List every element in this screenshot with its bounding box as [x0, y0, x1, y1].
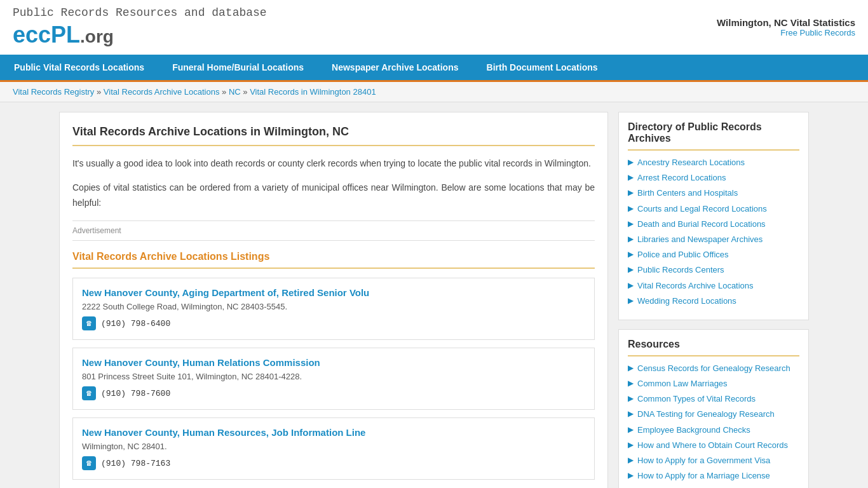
listing-address: 801 Princess Street Suite 101, Wilmingto… [82, 372, 585, 381]
sidebar-link-item: ▶How to Have a Police Record Expunged [628, 485, 799, 488]
listing-name[interactable]: New Hanover County, Human Relations Comm… [82, 357, 585, 368]
sidebar-link[interactable]: Census Records for Genealogy Research [637, 363, 790, 374]
listing-card: New Hanover County, Aging Department of,… [72, 278, 595, 340]
sidebar-link-item: ▶DNA Testing for Genealogy Research [628, 409, 799, 420]
sidebar-link-item: ▶Libraries and Newspaper Archives [628, 234, 799, 245]
sidebar-arrow-icon: ▶ [628, 379, 634, 388]
sidebar-link-item: ▶Common Types of Vital Records [628, 393, 799, 405]
sidebar-arrow-icon: ▶ [628, 471, 634, 480]
nav-item[interactable]: Funeral Home/Burial Locations [158, 55, 318, 80]
header-right: Wilmington, NC Vital Statistics Free Pub… [717, 17, 855, 37]
sidebar-link[interactable]: Courts and Legal Record Locations [637, 203, 767, 215]
sidebar-link-item: ▶Vital Records Archive Locations [628, 280, 799, 292]
content-wrapper: Vital Records Archive Locations in Wilmi… [53, 112, 815, 488]
sidebar-arrow-icon: ▶ [628, 188, 634, 197]
listings-area: Vital Records Archive Locations Listings… [72, 251, 595, 480]
logo-ecc: ecc [13, 22, 51, 48]
sidebar-link-item: ▶Census Records for Genealogy Research [628, 363, 799, 374]
listing-phone-row: ☎(910) 798-7600 [82, 386, 585, 400]
phone-icon: ☎ [82, 316, 96, 330]
sidebar-link-item: ▶Arrest Record Locations [628, 172, 799, 184]
directory-title: Directory of Public Records Archives [628, 121, 799, 151]
breadcrumb-link[interactable]: Vital Records Registry [13, 87, 94, 97]
breadcrumb-separator: » [241, 87, 250, 97]
intro-text2: Copies of vital statistics can be ordere… [72, 180, 595, 211]
sidebar-link[interactable]: Common Types of Vital Records [637, 393, 756, 405]
city-title: Wilmington, NC Vital Statistics [717, 17, 855, 28]
resources-title: Resources [628, 339, 799, 356]
sidebar-link-item: ▶Ancestry Research Locations [628, 157, 799, 168]
phone-icon: ☎ [82, 386, 96, 400]
sidebar-arrow-icon: ▶ [628, 440, 634, 449]
main-content: Vital Records Archive Locations in Wilmi… [59, 112, 608, 488]
sidebar-arrow-icon: ▶ [628, 281, 634, 290]
nav-item[interactable]: Newspaper Archive Locations [318, 55, 472, 80]
sidebar-link-item: ▶Wedding Record Locations [628, 295, 799, 307]
sidebar-link-item: ▶Public Records Centers [628, 264, 799, 276]
sidebar-link[interactable]: Birth Centers and Hospitals [637, 187, 738, 199]
sidebar-link[interactable]: Police and Public Offices [637, 249, 729, 261]
intro-text: It's usually a good idea to look into de… [72, 156, 595, 172]
sidebar-arrow-icon: ▶ [628, 250, 634, 259]
site-logo[interactable]: eccPL.org [13, 22, 267, 48]
sidebar-link-item: ▶Birth Centers and Hospitals [628, 187, 799, 199]
resources-links: ▶Census Records for Genealogy Research▶C… [628, 363, 799, 488]
sidebar-link[interactable]: How to Have a Police Record Expunged [637, 485, 785, 488]
sidebar-link[interactable]: DNA Testing for Genealogy Research [637, 409, 775, 420]
sidebar-arrow-icon: ▶ [628, 173, 634, 182]
listing-name[interactable]: New Hanover County, Aging Department of,… [82, 287, 585, 298]
sidebar-link[interactable]: Libraries and Newspaper Archives [637, 234, 763, 245]
listing-address: Wilmington, NC 28401. [82, 442, 585, 451]
sidebar-link[interactable]: How to Apply for a Marriage License [637, 470, 770, 482]
sidebar-arrow-icon: ▶ [628, 265, 634, 274]
sidebar-link[interactable]: Public Records Centers [637, 264, 724, 276]
sidebar-link-item: ▶Police and Public Offices [628, 249, 799, 261]
sidebar-arrow-icon: ▶ [628, 234, 634, 243]
sidebar-link[interactable]: Wedding Record Locations [637, 295, 736, 307]
sidebar-link-item: ▶How to Apply for a Marriage License [628, 470, 799, 482]
directory-box: Directory of Public Records Archives ▶An… [618, 112, 809, 320]
sidebar-link-item: ▶How to Apply for a Government Visa [628, 455, 799, 466]
free-records-label: Free Public Records [717, 28, 855, 37]
listing-phone-number: (910) 798-7163 [101, 459, 170, 468]
directory-links: ▶Ancestry Research Locations▶Arrest Reco… [628, 157, 799, 307]
sidebar-link[interactable]: Vital Records Archive Locations [637, 280, 754, 292]
breadcrumb-separator: » [219, 87, 228, 97]
sidebar-arrow-icon: ▶ [628, 425, 634, 434]
sidebar-arrow-icon: ▶ [628, 219, 634, 228]
logo-pl: PL [51, 22, 80, 48]
logo-area: Public Records Resources and database ec… [13, 6, 267, 48]
resources-box: Resources ▶Census Records for Genealogy … [618, 329, 809, 488]
sidebar-arrow-icon: ▶ [628, 409, 634, 418]
sidebar-link[interactable]: Ancestry Research Locations [637, 157, 745, 168]
listings-container: New Hanover County, Aging Department of,… [72, 278, 595, 480]
sidebar-arrow-icon: ▶ [628, 204, 634, 213]
sidebar-arrow-icon: ▶ [628, 394, 634, 403]
breadcrumb-link[interactable]: Vital Records Archive Locations [104, 87, 220, 97]
nav-item[interactable]: Birth Document Locations [473, 55, 612, 80]
breadcrumb-link[interactable]: NC [229, 87, 241, 97]
listing-name[interactable]: New Hanover County, Human Resources, Job… [82, 427, 585, 438]
sidebar-arrow-icon: ▶ [628, 456, 634, 464]
sidebar-link[interactable]: How and Where to Obtain Court Records [637, 440, 788, 451]
sidebar-link[interactable]: Employee Background Checks [637, 424, 750, 436]
breadcrumb-separator: » [94, 87, 103, 97]
sidebar-link[interactable]: Arrest Record Locations [637, 172, 726, 184]
nav-item[interactable]: Public Vital Records Locations [0, 55, 158, 80]
sidebar-link-item: ▶Courts and Legal Record Locations [628, 203, 799, 215]
listings-heading: Vital Records Archive Locations Listings [72, 251, 595, 269]
breadcrumb-link[interactable]: Vital Records in Wilmington 28401 [250, 87, 376, 97]
sidebar-link[interactable]: Common Law Marriages [637, 378, 728, 390]
page-heading: Vital Records Archive Locations in Wilmi… [72, 125, 595, 146]
main-nav: Public Vital Records LocationsFuneral Ho… [0, 55, 868, 80]
sidebar-link-item: ▶How and Where to Obtain Court Records [628, 440, 799, 451]
sidebar-link[interactable]: How to Apply for a Government Visa [637, 455, 770, 466]
sidebar-link-item: ▶Common Law Marriages [628, 378, 799, 390]
phone-icon: ☎ [82, 456, 96, 470]
sidebar-link[interactable]: Death and Burial Record Locations [637, 219, 766, 230]
logo-org: .org [80, 27, 114, 46]
listing-phone-number: (910) 798-7600 [101, 389, 170, 398]
breadcrumb: Vital Records Registry » Vital Records A… [0, 82, 868, 102]
listing-card: New Hanover County, Human Relations Comm… [72, 348, 595, 410]
listing-phone-row: ☎(910) 798-7163 [82, 456, 585, 470]
